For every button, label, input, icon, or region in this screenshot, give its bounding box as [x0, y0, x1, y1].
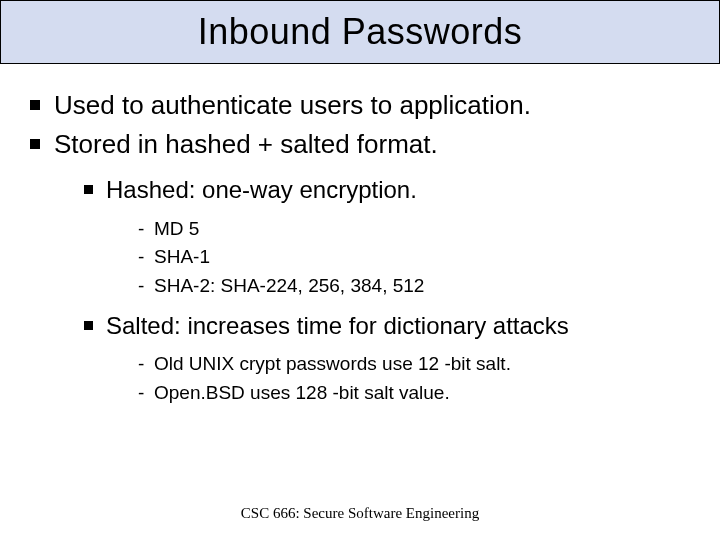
- bullet-list-level3: MD 5 SHA-1 SHA-2: SHA-224, 256, 384, 512: [134, 215, 700, 301]
- bullet-text: Stored in hashed + salted format.: [54, 129, 438, 159]
- bullet-item: Salted: increases time for dictionary at…: [78, 310, 700, 407]
- slide-title: Inbound Passwords: [198, 11, 523, 53]
- bullet-text: Salted: increases time for dictionary at…: [106, 312, 569, 339]
- bullet-item: Stored in hashed + salted format. Hashed…: [20, 127, 700, 407]
- bullet-text: Hashed: one-way encryption.: [106, 176, 417, 203]
- bullet-item: MD 5: [134, 215, 700, 244]
- title-bar: Inbound Passwords: [0, 0, 720, 64]
- bullet-list-level1: Used to authenticate users to applicatio…: [20, 88, 700, 407]
- slide-content: Used to authenticate users to applicatio…: [0, 64, 720, 407]
- bullet-item: SHA-2: SHA-224, 256, 384, 512: [134, 272, 700, 301]
- bullet-list-level3: Old UNIX crypt passwords use 12 -bit sal…: [134, 350, 700, 407]
- slide-footer: CSC 666: Secure Software Engineering: [0, 505, 720, 522]
- bullet-list-level2: Hashed: one-way encryption. MD 5 SHA-1 S…: [78, 174, 700, 407]
- bullet-item: Old UNIX crypt passwords use 12 -bit sal…: [134, 350, 700, 379]
- bullet-item: Hashed: one-way encryption. MD 5 SHA-1 S…: [78, 174, 700, 300]
- bullet-item: Used to authenticate users to applicatio…: [20, 88, 700, 123]
- bullet-item: Open.BSD uses 128 -bit salt value.: [134, 379, 700, 408]
- bullet-item: SHA-1: [134, 243, 700, 272]
